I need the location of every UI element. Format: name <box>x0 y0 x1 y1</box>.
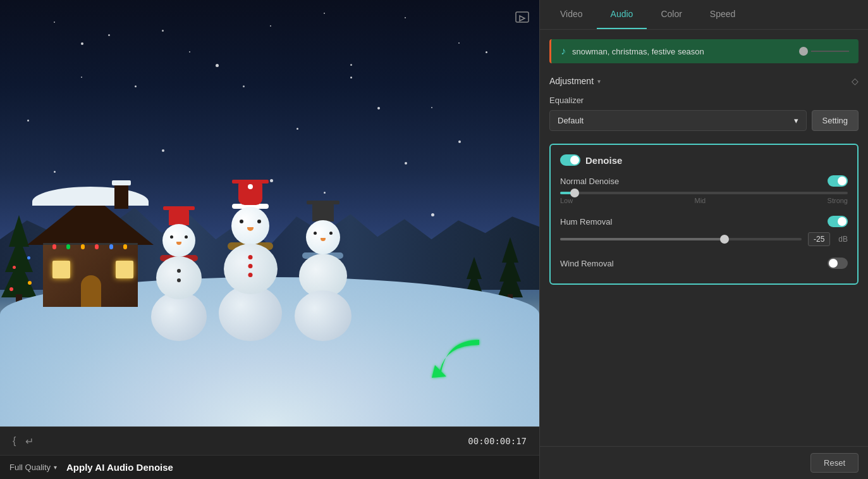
equalizer-label: Equalizer <box>549 96 859 105</box>
hum-fill <box>560 238 724 240</box>
hum-removal-toggle-knob <box>838 217 847 226</box>
volume-line <box>811 51 849 52</box>
wind-removal-toggle-knob <box>829 259 838 268</box>
bottom-bar: Full Quality ▾ Apply AI Audio Denoise <box>0 455 539 479</box>
hum-removal-header: Hum Removal <box>560 216 848 227</box>
video-preview <box>0 0 539 426</box>
equalizer-chevron-icon: ▾ <box>794 116 798 125</box>
video-panel: { ↵ 00:00:00:17 Full Quality ▾ Apply AI … <box>0 0 539 479</box>
hum-removal-slider-row: -25 dB <box>560 232 848 246</box>
track-name: snowman, christmas, festive season <box>572 47 793 56</box>
quality-selector[interactable]: Full Quality ▾ <box>9 463 57 472</box>
equalizer-value: Default <box>558 116 584 125</box>
tab-speed[interactable]: Speed <box>696 0 749 29</box>
denoise-title: Denoise <box>585 155 622 166</box>
equalizer-controls: Default ▾ Setting <box>549 110 859 131</box>
quality-label: Full Quality <box>9 463 51 472</box>
reset-button[interactable]: Reset <box>810 453 859 473</box>
normal-denoise-item: Normal Denoise Low Mid Strong <box>560 175 848 204</box>
keyframe-diamond-icon[interactable]: ◇ <box>852 76 859 86</box>
wind-removal-item: Wind Removal <box>560 258 848 269</box>
video-background <box>0 0 539 426</box>
hum-thumb[interactable] <box>720 235 729 244</box>
label-low: Low <box>560 197 573 204</box>
normal-denoise-slider-container <box>560 192 848 194</box>
volume-knob-circle <box>799 47 808 56</box>
normal-denoise-track <box>560 192 848 194</box>
normal-denoise-toggle-knob <box>838 177 847 185</box>
green-arrow <box>429 333 486 384</box>
normal-denoise-toggle[interactable] <box>828 175 848 187</box>
adjustment-title: Adjustment ▾ <box>549 76 601 86</box>
wind-removal-header: Wind Removal <box>560 258 848 269</box>
denoise-section: Denoise Normal Denoise <box>549 144 859 285</box>
denoise-toggle-knob <box>570 156 579 165</box>
bracket-close: ↵ <box>25 435 34 447</box>
equalizer-setting-button[interactable]: Setting <box>812 110 859 131</box>
timecode: 00:00:00:17 <box>468 436 527 446</box>
hum-db-unit: dB <box>838 235 848 244</box>
normal-denoise-thumb[interactable] <box>570 189 579 197</box>
normal-denoise-header: Normal Denoise <box>560 175 848 187</box>
tab-color[interactable]: Color <box>647 0 695 29</box>
hum-removal-item: Hum Removal -25 dB <box>560 216 848 246</box>
adjustment-dropdown-icon[interactable]: ▾ <box>597 78 601 85</box>
hum-track <box>560 238 802 240</box>
label-mid: Mid <box>695 197 706 204</box>
music-icon: ♪ <box>561 46 566 57</box>
denoise-master-toggle[interactable] <box>560 154 580 166</box>
equalizer-row: Equalizer Default ▾ Setting <box>549 96 859 131</box>
tab-video[interactable]: Video <box>546 0 597 29</box>
hum-removal-toggle[interactable] <box>828 216 848 227</box>
audio-track: ♪ snowman, christmas, festive season <box>549 39 859 63</box>
bracket-open: { <box>13 435 16 447</box>
hum-slider-container <box>560 238 802 240</box>
equalizer-select[interactable]: Default ▾ <box>549 110 807 131</box>
adjustment-header: Adjustment ▾ ◇ <box>549 76 859 86</box>
preview-icon <box>515 9 530 27</box>
hum-removal-label: Hum Removal <box>560 217 612 227</box>
wind-removal-toggle[interactable] <box>828 258 848 269</box>
panel-footer: Reset <box>540 446 868 479</box>
snowman-group <box>151 180 351 341</box>
panel-content: ♪ snowman, christmas, festive season Adj… <box>540 30 868 446</box>
wind-removal-label: Wind Removal <box>560 259 614 268</box>
tab-audio[interactable]: Audio <box>597 0 647 29</box>
denoise-header: Denoise <box>560 154 848 166</box>
label-strong: Strong <box>828 197 848 204</box>
video-controls: { ↵ 00:00:00:17 <box>0 426 539 455</box>
tab-bar: Video Audio Color Speed <box>540 0 868 30</box>
right-panel: Video Audio Color Speed ♪ snowman, chris… <box>539 0 868 479</box>
house <box>27 193 154 307</box>
apply-btn[interactable]: Apply AI Audio Denoise <box>66 462 173 473</box>
volume-control[interactable] <box>799 47 849 56</box>
normal-denoise-label: Normal Denoise <box>560 177 619 186</box>
quality-dropdown-icon: ▾ <box>54 464 57 471</box>
hum-db-value: -25 <box>808 232 830 246</box>
normal-denoise-labels: Low Mid Strong <box>560 197 848 204</box>
